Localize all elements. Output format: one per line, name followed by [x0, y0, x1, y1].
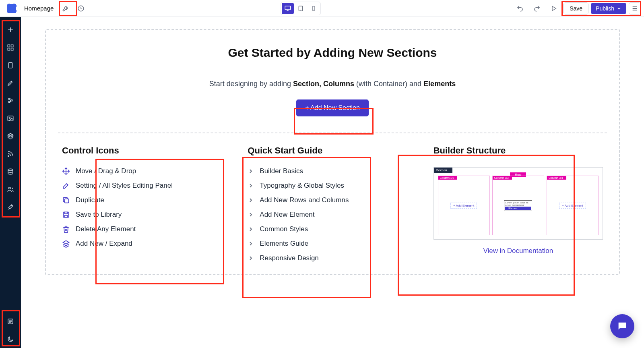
chevron-right-icon: [248, 197, 254, 203]
qs-item[interactable]: Common Styles: [248, 225, 417, 233]
svg-point-11: [10, 135, 12, 137]
divider: [58, 133, 607, 133]
svg-rect-16: [65, 199, 69, 203]
sub-mid: (with Container) and: [354, 80, 423, 88]
bp-col-2: Column 2/3 Lorem ipsum dolor sit amet, c…: [492, 176, 544, 235]
chevron-right-icon: [248, 240, 254, 247]
device-tablet-button[interactable]: [295, 3, 307, 14]
grid-icon[interactable]: [3, 40, 18, 55]
left-sidebar: [0, 17, 21, 348]
bp-col-3: Column 3/3 + Add Element: [547, 176, 599, 235]
bp-col-tab: Column 2/3: [493, 176, 512, 180]
structure-icon[interactable]: [3, 93, 18, 108]
builder-structure-card: Builder Structure Section Row Column 1/3…: [433, 145, 603, 255]
publish-button[interactable]: Publish: [591, 3, 626, 14]
bp-element: Lorem ipsum dolor sit amet, consectetur …: [504, 200, 532, 211]
database-icon[interactable]: [3, 164, 18, 179]
bp-columns: Column 1/3 + Add Element Column 2/3 Lore…: [438, 176, 599, 235]
tools-icon[interactable]: [3, 200, 18, 214]
chevron-right-icon: [248, 182, 254, 189]
save-button[interactable]: Save: [564, 2, 588, 14]
bp-col-tab: Column 3/3: [547, 176, 566, 180]
users-icon[interactable]: [3, 182, 18, 197]
ci-move: Move / Drag & Drop: [62, 167, 231, 175]
image-icon[interactable]: [3, 111, 18, 126]
cards-row: Control Icons Move / Drag & Drop Setting…: [58, 145, 607, 262]
quick-start-title: Quick Start Guide: [248, 145, 417, 156]
quick-start-list: Builder Basics Typography & Global Style…: [248, 167, 417, 262]
help-icon[interactable]: [3, 314, 18, 329]
gear-icon[interactable]: [3, 129, 18, 143]
ci-duplicate: Duplicate: [62, 196, 231, 204]
bp-col-1: Column 1/3 + Add Element: [438, 176, 490, 235]
builder-preview: Section Row Column 1/3 + Add Element Col…: [433, 167, 603, 240]
bp-section-tab: Section: [434, 168, 453, 173]
sub-prefix: Start designing by adding: [209, 80, 293, 88]
history-icon[interactable]: [74, 2, 88, 15]
edit-icon: [62, 182, 70, 190]
top-right-group: Save Publish: [513, 2, 641, 15]
hero-title: Get Started by Adding New Sections: [58, 46, 607, 60]
svg-point-13: [8, 169, 13, 171]
design-icon[interactable]: [3, 76, 18, 90]
layers-icon: [62, 240, 70, 248]
device-switcher: [281, 2, 321, 15]
control-icons-card: Control Icons Move / Drag & Drop Setting…: [62, 145, 231, 248]
chevron-right-icon: [248, 211, 254, 218]
svg-rect-6: [8, 48, 10, 50]
add-new-section-button[interactable]: + Add New Section: [296, 99, 369, 116]
qs-item[interactable]: Add New Rows and Columns: [248, 196, 417, 204]
svg-rect-4: [8, 45, 10, 47]
qs-item[interactable]: Elements Guide: [248, 240, 417, 248]
svg-rect-17: [63, 212, 68, 217]
darkmode-icon[interactable]: [3, 332, 18, 346]
editor-canvas: Get Started by Adding New Sections Start…: [21, 17, 644, 348]
view-documentation-link[interactable]: View in Documentation: [433, 247, 603, 255]
bp-add-element: + Add Element: [450, 203, 477, 209]
redo-icon[interactable]: [530, 2, 544, 15]
bp-col-tab: Column 1/3: [438, 176, 458, 180]
blog-icon[interactable]: [3, 147, 18, 161]
add-icon[interactable]: [3, 23, 18, 37]
preview-icon[interactable]: [547, 2, 561, 15]
svg-rect-8: [9, 62, 12, 68]
svg-rect-7: [11, 48, 13, 50]
svg-rect-1: [285, 6, 291, 10]
sub-bold1: Section, Columns: [293, 80, 354, 88]
chevron-right-icon: [248, 226, 254, 232]
svg-point-14: [9, 187, 11, 189]
publish-label: Publish: [596, 5, 614, 12]
page-title[interactable]: Homepage: [23, 2, 58, 14]
ci-setting: Setting / All Styles Editing Panel: [62, 182, 231, 190]
hero-subtitle: Start designing by adding Section, Colum…: [58, 80, 607, 88]
ci-save-library: Save to Library: [62, 211, 231, 219]
wrench-icon[interactable]: [58, 2, 73, 15]
top-left-group: Homepage: [3, 2, 88, 15]
qs-item[interactable]: Typography & Global Styles: [248, 182, 417, 190]
qs-item[interactable]: Responsive Design: [248, 254, 417, 262]
qs-item[interactable]: Builder Basics: [248, 167, 417, 175]
chevron-right-icon: [248, 168, 254, 174]
sub-bold2: Elements: [423, 80, 456, 88]
top-bar: Homepage Save Publish: [0, 0, 644, 17]
section-frame: Get Started by Adding New Sections Start…: [45, 29, 620, 275]
bp-add-element: + Add Element: [559, 203, 586, 209]
svg-point-10: [9, 117, 10, 118]
builder-structure-title: Builder Structure: [433, 145, 603, 156]
undo-icon[interactable]: [513, 2, 527, 15]
device-desktop-button[interactable]: [282, 3, 294, 14]
svg-point-12: [8, 155, 9, 156]
ci-addnew: Add New / Expand: [62, 240, 231, 248]
chat-icon: [617, 321, 628, 332]
quick-start-card: Quick Start Guide Builder Basics Typogra…: [248, 145, 417, 262]
save-icon: [62, 211, 70, 219]
page-icon[interactable]: [3, 58, 18, 72]
hamburger-menu-button[interactable]: [629, 2, 641, 14]
duplicate-icon: [62, 196, 70, 204]
chevron-right-icon: [248, 255, 254, 261]
control-icons-list: Move / Drag & Drop Setting / All Styles …: [62, 167, 231, 248]
qs-item[interactable]: Add New Element: [248, 211, 417, 219]
app-logo-icon[interactable]: [6, 2, 18, 14]
device-mobile-button[interactable]: [308, 3, 320, 14]
chat-bubble-button[interactable]: [610, 314, 634, 338]
